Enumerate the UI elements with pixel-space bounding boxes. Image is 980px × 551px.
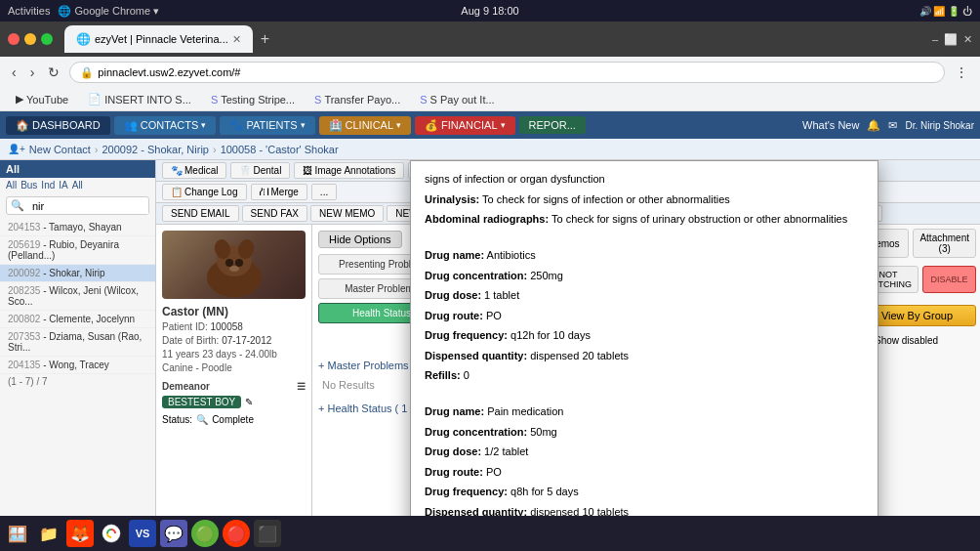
activities-label[interactable]: Activities [8,5,50,17]
taskbar-icon-1[interactable]: 📁 [35,520,62,547]
taskbar-icon-2[interactable]: 🦊 [66,520,94,547]
demeanor-badge: BESTEST BOY [162,396,241,408]
patient-info-panel: Castor (MN) Patient ID: 100058 Date of B… [156,225,312,551]
patient-age: 11 years 23 days - 24.00lb [162,348,306,361]
refresh-button[interactable]: ↻ [44,63,63,82]
breadcrumb-contact-id[interactable]: 200092 - Shokar, Nirip [102,144,209,155]
sidebar-link-ia[interactable]: IA [59,180,67,191]
notification-icon[interactable]: 🔔 [867,119,880,132]
patient-list: 204153 - Tamayo, Shayan205619 - Rubio, D… [0,219,155,374]
tab-dental[interactable]: 🦷Dental [230,162,290,179]
nav-patients[interactable]: 🐾PATIENTS▾ [220,116,314,135]
tab-medical[interactable]: 🐾Medical [162,162,226,179]
patient-photo [162,231,306,299]
tab-close-btn[interactable]: ✕ [232,33,241,46]
taskbar-icon-0[interactable]: 🪟 [4,520,31,547]
nav-dashboard[interactable]: 🏠DASHBOARD [6,116,110,135]
modal-drug1-conc: Drug concentration: 250mg [425,268,864,284]
maximize-window-btn[interactable] [41,33,53,45]
breadcrumb-patient-id[interactable]: 100058 - 'Castor' Shokar [221,144,339,155]
minimize-window-btn[interactable] [24,33,36,45]
chrome-tab[interactable]: 🌐 ezyVet | Pinnacle Veterina... ✕ [64,25,253,53]
add-contact-icon[interactable]: 👤+ [8,144,25,154]
bookmark-transfer[interactable]: S Transfer Payo... [306,92,408,107]
send-email-btn[interactable]: SEND EMAIL [162,205,239,222]
patient-list-item[interactable]: 205619 - Rubio, Deyanira (Pelland...) [0,236,155,265]
hide-options-btn[interactable]: Hide Options [318,231,402,248]
patient-list-item[interactable]: 200802 - Clemente, Jocelynn [0,311,155,328]
taskbar-icon-3[interactable]: VS [129,520,156,547]
patient-list-item[interactable]: 207353 - Dziama, Susan (Rao, Stri... [0,328,155,357]
sidebar-link-ind[interactable]: Ind [41,180,55,191]
extensions-button[interactable]: ⋮ [951,63,972,82]
sidebar-header: All [0,160,155,178]
modal-drug1-route: Drug route: PO [425,308,864,324]
more-btn[interactable]: ... [311,184,337,200]
app-nav: 🏠DASHBOARD 👥CONTACTS▾ 🐾PATIENTS▾ 🏥CLINIC… [0,111,980,139]
modal-line-3: Abdominal radiographs: To check for sign… [425,211,864,228]
disable-btn[interactable]: DISABLE [922,266,976,293]
taskbar-icon-7[interactable]: ⬛ [254,520,281,547]
new-tab-button[interactable]: + [261,30,269,48]
search-input[interactable] [28,198,148,214]
sidebar-link-bus[interactable]: Bus [20,180,37,191]
change-log-btn[interactable]: 📋Change Log [162,184,247,200]
chrome-nav: ‹ › ↻ 🔒 pinnaclevt.usw2.ezyvet.com/# ⋮ [0,57,980,88]
close-window-btn[interactable] [8,33,20,45]
tab-title: ezyVet | Pinnacle Veterina... [95,33,228,45]
whats-new-label[interactable]: What's New [802,119,859,131]
attachments-btn[interactable]: Attachment (3) [913,229,976,258]
forward-button[interactable]: › [26,63,39,82]
status-icon: 🔍 [196,414,208,425]
nav-financial[interactable]: 💰FINANCIAL▾ [415,116,514,135]
main-layout: All All Bus Ind IA All 🔍 204153 - Tamayo… [0,160,980,551]
status-label: Status: [162,414,192,425]
new-memo-btn[interactable]: NEW MEMO [310,205,384,222]
minimize-icon[interactable]: – [932,33,938,46]
os-bar-right: 🔊 📶 🔋 ⏻ [919,6,972,17]
modal-drug1-dose: Drug dose: 1 tablet [425,287,864,304]
taskbar-icon-chrome[interactable] [98,520,125,547]
demeanor-edit-icon[interactable]: ✎ [245,397,253,407]
chrome-bar: 🌐 ezyVet | Pinnacle Veterina... ✕ + – ⬜ … [0,21,980,57]
chrome-window-controls[interactable] [8,33,53,45]
sidebar-link-all2[interactable]: All [72,180,83,191]
nav-reports[interactable]: REPOR... [519,116,586,134]
patient-id: Patient ID: 100058 [162,320,306,334]
mail-icon[interactable]: ✉ [888,119,897,132]
address-bar[interactable]: 🔒 pinnaclevt.usw2.ezyvet.com/# [69,62,945,83]
os-bar-datetime: Aug 9 18:00 [461,5,518,17]
nav-contacts[interactable]: 👥CONTACTS▾ [114,116,217,135]
send-fax-btn[interactable]: SEND FAX [242,205,307,222]
demeanor-row: BESTEST BOY ✎ [162,394,306,410]
merge-btn[interactable]: ⛙Merge [251,184,307,200]
tab-image-annotations[interactable]: 🖼Image Annotations [294,162,404,179]
patient-list-item[interactable]: 204135 - Wong, Tracey [0,357,155,374]
bookmark-youtube[interactable]: ▶ YouTube [8,91,76,107]
modal-drug1-refills: Refills: 0 [425,367,864,384]
breadcrumb-new-contact[interactable]: New Contact [29,144,91,155]
taskbar-icon-5[interactable]: 🟢 [191,520,219,547]
patient-list-item[interactable]: 208235 - Wilcox, Jeni (Wilcox, Sco... [0,282,155,311]
sidebar-link-all[interactable]: All [6,180,17,191]
restore-icon[interactable]: ⬜ [944,33,958,46]
taskbar-icon-6[interactable]: 🔴 [223,520,250,547]
nav-clinical[interactable]: 🏥CLINICAL▾ [319,116,412,135]
resolution-modal: signs of infection or organ dysfunction … [410,160,878,551]
bookmark-stripe[interactable]: S Testing Stripe... [203,92,303,107]
taskbar-icon-4[interactable]: 💬 [160,520,187,547]
breadcrumb: 👤+ New Contact › 200092 - Shokar, Nirip … [0,139,980,160]
modal-drug2-freq: Drug frequency: q8h for 5 days [425,484,864,500]
patient-list-item[interactable]: 204153 - Tamayo, Shayan [0,219,155,236]
edit-icon[interactable]: ☰ [297,381,306,392]
bookmark-payout[interactable]: S S Pay out It... [412,92,502,107]
bookmark-insert[interactable]: 📄 INSERT INTO S... [80,91,199,107]
patient-list-item[interactable]: 200092 - Shokar, Nirip [0,265,155,282]
middle-panel: 🐾Medical 🦷Dental 🖼Image Annotations ❤️He… [156,160,980,551]
back-button[interactable]: ‹ [8,63,20,82]
os-bar: Activities 🌐 Google Chrome ▾ Aug 9 18:00… [0,0,980,21]
patient-search-box[interactable]: 🔍 [6,196,149,215]
patient-name: Castor (MN) [162,305,306,318]
modal-content: signs of infection or organ dysfunction … [411,161,878,551]
close-icon[interactable]: ✕ [963,33,972,46]
